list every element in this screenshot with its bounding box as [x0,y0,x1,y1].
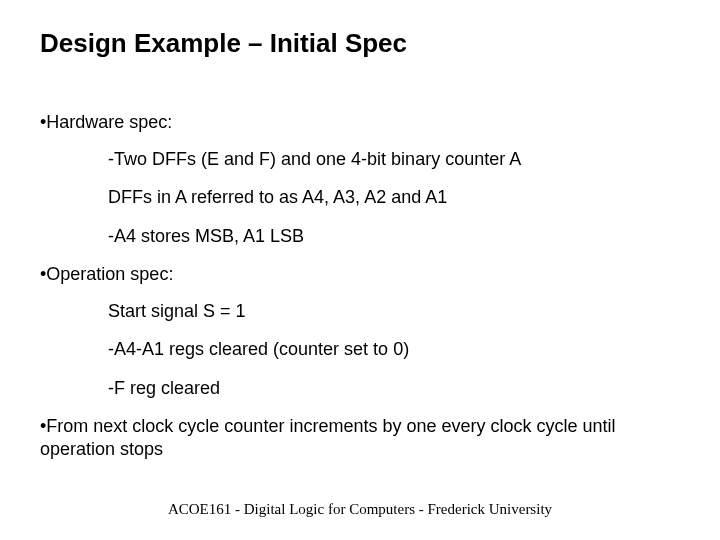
text-dffs-in-a: DFFs in A referred to as A4, A3, A2 and … [108,186,680,209]
text-a4-msb: -A4 stores MSB, A1 LSB [108,225,680,248]
bullet-next-clock: •From next clock cycle counter increment… [40,415,680,460]
text-start-signal: Start signal S = 1 [108,300,680,323]
text-next-clock: From next clock cycle counter increments… [40,416,616,459]
bullet-hardware-spec: •Hardware spec: [40,111,680,134]
slide-footer: ACOE161 - Digital Logic for Computers - … [0,501,720,518]
slide-body: •Hardware spec: -Two DFFs (E and F) and … [40,111,680,460]
bullet-operation-spec: •Operation spec: [40,263,680,286]
text-f-cleared: -F reg cleared [108,377,680,400]
slide: Design Example – Initial Spec •Hardware … [0,0,720,540]
text-regs-cleared: -A4-A1 regs cleared (counter set to 0) [108,338,680,361]
slide-title: Design Example – Initial Spec [40,28,680,59]
text-operation-spec: Operation spec: [46,264,173,284]
text-two-dffs: -Two DFFs (E and F) and one 4-bit binary… [108,148,680,171]
text-hardware-spec: Hardware spec: [46,112,172,132]
